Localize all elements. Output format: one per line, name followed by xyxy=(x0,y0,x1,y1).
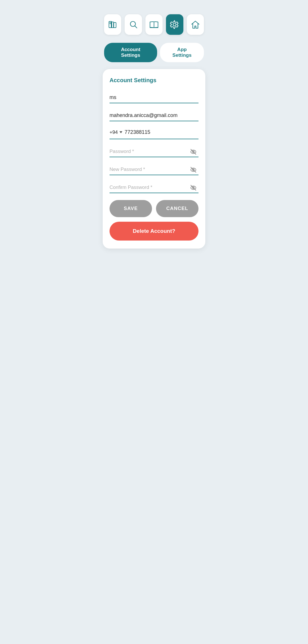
tab-row: Account Settings App Settings xyxy=(98,43,210,62)
svg-point-10 xyxy=(173,23,176,26)
svg-line-6 xyxy=(135,26,137,28)
password-input[interactable] xyxy=(110,146,198,157)
phone-field: +94 xyxy=(110,128,198,139)
username-input[interactable] xyxy=(110,92,198,103)
password-field xyxy=(110,146,198,157)
email-input[interactable] xyxy=(110,110,198,121)
save-button[interactable]: SAVE xyxy=(110,200,152,217)
password-toggle-button[interactable] xyxy=(188,147,198,157)
nav-search-button[interactable] xyxy=(125,14,142,35)
username-field xyxy=(110,92,198,103)
email-field-container xyxy=(110,110,198,121)
confirm-password-input[interactable] xyxy=(110,182,198,193)
confirm-password-field xyxy=(110,182,198,193)
card-title: Account Settings xyxy=(110,77,198,84)
tab-account-settings[interactable]: Account Settings xyxy=(104,43,157,62)
nav-read-button[interactable] xyxy=(145,14,163,35)
chevron-down-icon xyxy=(119,131,122,133)
app-container: Account Settings App Settings Account Se… xyxy=(98,6,210,285)
country-code-selector[interactable]: +94 xyxy=(110,128,125,136)
nav-home-button[interactable] xyxy=(187,14,204,35)
country-code-value: +94 xyxy=(110,130,118,135)
nav-books-button[interactable] xyxy=(104,14,121,35)
top-nav xyxy=(98,14,210,35)
confirm-password-toggle-button[interactable] xyxy=(188,183,198,193)
cancel-button[interactable]: CANCEL xyxy=(156,200,198,217)
delete-account-button[interactable]: Delete Account? xyxy=(110,222,198,241)
new-password-input[interactable] xyxy=(110,164,198,175)
new-password-toggle-button[interactable] xyxy=(188,165,198,175)
nav-settings-button[interactable] xyxy=(166,14,183,35)
phone-number-input[interactable] xyxy=(125,128,198,136)
new-password-field xyxy=(110,164,198,175)
settings-card: Account Settings +94 xyxy=(103,69,205,249)
action-button-row: SAVE CANCEL xyxy=(110,200,198,217)
tab-app-settings[interactable]: App Settings xyxy=(160,43,204,62)
